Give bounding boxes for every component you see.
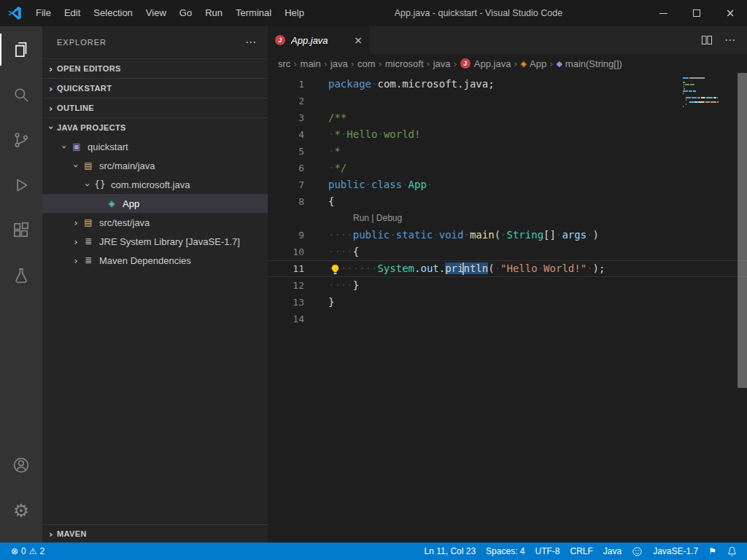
menu-view[interactable]: View [139, 0, 173, 26]
minimize-button[interactable] [646, 0, 680, 26]
close-button[interactable]: × [713, 0, 747, 26]
explorer-icon[interactable] [0, 32, 42, 67]
minimap-segment [689, 77, 705, 79]
tree-item-src-main-java[interactable]: ›▤src/main/java [42, 156, 268, 175]
file-tree: ›▣quickstart›▤src/main/java›{}com.micros… [42, 137, 268, 270]
menu-run[interactable]: Run [198, 0, 229, 26]
title-bar: FileEditSelectionViewGoRunTerminalHelp A… [0, 0, 747, 26]
tree-item-maven-dependencies[interactable]: ›≣Maven Dependencies [42, 251, 268, 270]
testing-icon[interactable] [0, 258, 42, 293]
code-line-14[interactable]: 14 [268, 311, 747, 327]
code-line-10[interactable]: 10····{ [268, 244, 747, 260]
text-cursor [462, 262, 464, 275]
section-java-projects[interactable]: ›JAVA PROJECTS [42, 117, 268, 137]
menu-help[interactable]: Help [278, 0, 311, 26]
language-mode[interactable]: Java [598, 542, 627, 560]
breadcrumb-java[interactable]: java [433, 58, 451, 69]
tab-app-java[interactable]: J App.java × [268, 26, 370, 54]
section-maven[interactable]: › MAVEN [42, 524, 268, 542]
menu-go[interactable]: Go [173, 0, 198, 26]
line-content: ····public·static·void·main(·String[]·ar… [328, 227, 599, 244]
eol[interactable]: CRLF [565, 542, 597, 560]
problems-button[interactable]: ⊗ 0 ⚠ 2 [6, 542, 50, 560]
line-number: 4 [268, 126, 304, 143]
code-line-7[interactable]: 7public·class·App· [268, 176, 747, 193]
menu-selection[interactable]: Selection [87, 0, 139, 26]
section-quickstart[interactable]: ›QUICKSTART [42, 78, 268, 98]
minimap-segment [717, 101, 719, 103]
code-token: ( [495, 229, 500, 241]
codelens-debug-link[interactable]: Debug [376, 213, 402, 223]
breadcrumb-com[interactable]: com [357, 58, 376, 69]
whitespace-dots: · [365, 179, 371, 190]
split-editor-icon[interactable] [701, 34, 713, 46]
tab-close-icon[interactable]: × [354, 34, 363, 46]
minimap-segment [683, 90, 688, 92]
code-line-11[interactable]: 11········System.out.println(·"Hello·Wor… [268, 260, 747, 277]
breadcrumb-main[interactable]: main [301, 58, 321, 69]
code-line-2[interactable]: 2 [268, 93, 747, 109]
code-token: package [328, 78, 371, 90]
minimap-segment [683, 77, 689, 79]
section-open-editors[interactable]: ›OPEN EDITORS [42, 58, 268, 78]
breadcrumb-app[interactable]: ◈App [521, 58, 547, 69]
more-actions-icon[interactable]: ⋯ [245, 36, 258, 49]
tree-item-app[interactable]: ◈App [42, 194, 268, 213]
code-line-8[interactable]: 8{ [268, 193, 747, 210]
code-line-3[interactable]: 3/** [268, 109, 747, 126]
breadcrumb-microsoft[interactable]: microsoft [385, 58, 424, 69]
indentation[interactable]: Spaces: 4 [481, 542, 530, 560]
whitespace-dots: · [390, 229, 395, 241]
breadcrumb-main-string[interactable]: ◆main(String[]) [556, 58, 622, 69]
more-actions-icon[interactable]: ⋯ [724, 34, 737, 47]
menu-edit[interactable]: Edit [58, 0, 87, 26]
notifications-icon[interactable] [721, 542, 743, 560]
code-line-4[interactable]: 4·*·Hello·world! [268, 126, 747, 143]
code-editor[interactable]: 1package·com.microsoft.java;23/**4·*·Hel… [268, 73, 747, 542]
warning-icon: ⚠ [29, 546, 37, 556]
vertical-scrollbar[interactable] [738, 73, 747, 388]
code-line-6[interactable]: 6·*/ [268, 160, 747, 176]
code-token: * [334, 128, 340, 140]
chevron-right-icon: › [70, 236, 82, 247]
maximize-button[interactable] [680, 0, 713, 26]
breadcrumb-app-java[interactable]: JApp.java [460, 58, 511, 69]
encoding[interactable]: UTF-8 [530, 542, 565, 560]
code-line-9[interactable]: 9····public·static·void·main(·String[]·a… [268, 227, 747, 244]
error-icon: ⊗ [11, 546, 18, 556]
minimap-segment [684, 86, 684, 88]
code-line-13[interactable]: 13} [268, 294, 747, 311]
search-icon[interactable] [0, 77, 42, 112]
menu-file[interactable]: File [29, 0, 58, 26]
extensions-icon[interactable] [0, 213, 42, 248]
settings-gear-icon[interactable]: ⚙ [0, 493, 42, 528]
code-line-12[interactable]: 12····} [268, 277, 747, 294]
breadcrumb-label: java [330, 58, 348, 69]
source-control-icon[interactable] [0, 122, 42, 158]
codelens-run-link[interactable]: Run [353, 213, 369, 223]
tree-item-src-test-java[interactable]: ›▤src/test/java [42, 213, 268, 232]
line-content: ········System.out.println(·"Hello·World… [328, 260, 605, 277]
cursor-position[interactable]: Ln 11, Col 23 [419, 542, 481, 560]
feedback-icon[interactable] [627, 542, 648, 560]
section-label: JAVA PROJECTS [57, 123, 126, 132]
error-count: 0 [21, 546, 26, 556]
run-and-debug-icon[interactable] [0, 168, 42, 203]
java-status-icon[interactable]: ⚑ [703, 542, 721, 560]
menu-terminal[interactable]: Terminal [229, 0, 278, 26]
section-outline[interactable]: ›OUTLINE [42, 98, 268, 117]
tree-item-quickstart[interactable]: ›▣quickstart [42, 137, 268, 156]
tree-item-com-microsoft-java[interactable]: ›{}com.microsoft.java [42, 175, 268, 194]
minimap[interactable] [683, 77, 735, 110]
code-line-5[interactable]: 5·* [268, 143, 747, 160]
line-content: ····} [328, 277, 359, 294]
code-line-1[interactable]: 1package·com.microsoft.java; [268, 76, 747, 93]
chevron-right-icon: › [45, 529, 57, 540]
code-token: { [328, 195, 334, 207]
accounts-icon[interactable] [0, 448, 42, 483]
java-runtime[interactable]: JavaSE-1.7 [648, 542, 703, 560]
breadcrumb-java[interactable]: java [330, 58, 348, 69]
tree-item-jre-system-library-javase-1-7[interactable]: ›≣JRE System Library [JavaSE-1.7] [42, 232, 268, 251]
minimap-segment [686, 104, 686, 105]
breadcrumb-src[interactable]: src [278, 58, 290, 69]
